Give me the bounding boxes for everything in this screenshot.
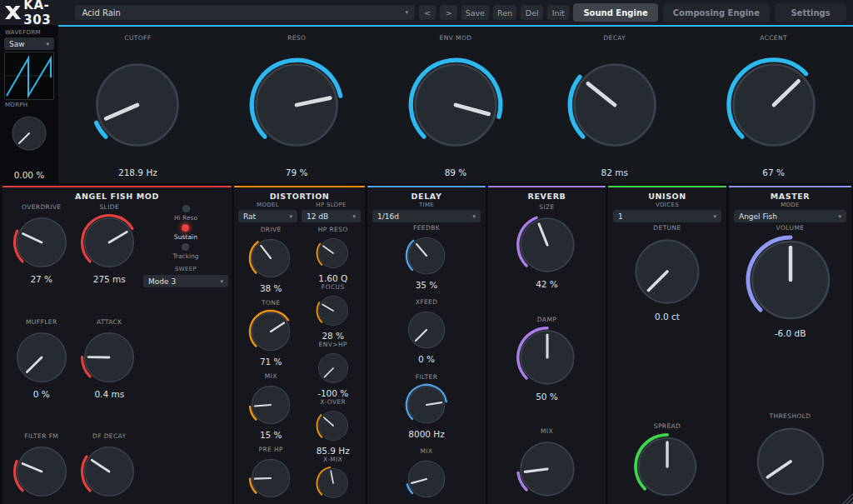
mod-options: Hi Reso Sustain Tracking SWEEP Mode 3 ▾	[143, 202, 228, 504]
pre-hp-cell: PRE HP 35.7 Hz	[248, 446, 293, 504]
tone-knob[interactable]	[248, 309, 293, 354]
x-over-cell: X-OVER 85.9 Hz	[316, 398, 351, 456]
cutoff-value: 218.9 Hz	[118, 167, 157, 177]
threshold-knob[interactable]	[751, 422, 830, 501]
reso-label: RESO	[287, 34, 306, 42]
chevron-down-icon: ▾	[289, 213, 292, 220]
delete-button[interactable]: Del	[521, 5, 543, 20]
engine-tabs: Sound Engine Composing Engine Settings	[573, 3, 846, 22]
mode-dropdown[interactable]: Angel Fish ▾	[734, 210, 846, 222]
section-unison: UNISON VOICES 1 ▾ DETUNE 0.0 ct SPREAD 5…	[608, 186, 726, 504]
radio-sustain[interactable]: Sustain	[174, 224, 197, 241]
attack-cell: ATTACK 0.4 ms	[76, 318, 144, 399]
tab-sound-engine[interactable]: Sound Engine	[573, 3, 657, 22]
detune-cell: DETUNE 0.0 ct	[630, 224, 705, 322]
damp-knob[interactable]	[516, 326, 579, 389]
volume-knob[interactable]	[745, 234, 836, 326]
model-dropdown[interactable]: Rat ▾	[238, 210, 297, 222]
preset-dropdown[interactable]: Acid Rain ▾	[75, 5, 415, 20]
accent-knob[interactable]	[726, 57, 822, 153]
reso-knob[interactable]	[248, 57, 345, 153]
dist-mix-knob[interactable]	[248, 382, 293, 427]
cutoff-knob[interactable]	[89, 57, 186, 153]
size-knob[interactable]	[516, 213, 579, 277]
reverb-mix-knob[interactable]	[516, 437, 579, 501]
section-angel-fish-mod: ANGEL FISH MOD OVERDRIVE 27 % SLIDE 275 …	[2, 186, 232, 504]
app-title: KA-303	[23, 0, 66, 27]
accent-cell: ACCENT 67 %	[694, 27, 853, 183]
slide-knob[interactable]	[80, 213, 138, 272]
radio-hi-reso[interactable]: Hi Reso	[174, 205, 197, 222]
reverb-mix-label: MIX	[541, 427, 553, 435]
detune-knob[interactable]	[630, 234, 705, 309]
hp-reso-cell: HP RESO 1.60 Q	[316, 226, 351, 283]
decay-label: DECAY	[603, 34, 626, 42]
radio-dot-icon	[182, 205, 190, 212]
section-master: MASTER MODE Angel Fish ▾ VOLUME -6.0 dB …	[729, 186, 851, 504]
focus-label: FOCUS	[322, 283, 345, 291]
drive-cell: DRIVE 38 %	[248, 226, 293, 293]
env-mod-knob[interactable]	[407, 57, 504, 153]
muffler-knob[interactable]	[12, 328, 71, 387]
attack-knob[interactable]	[80, 328, 138, 387]
save-button[interactable]: Save	[461, 5, 489, 20]
sweep-dropdown[interactable]: Mode 3 ▾	[143, 275, 228, 287]
volume-value: -6.0 dB	[775, 328, 806, 338]
slide-value: 275 ms	[93, 274, 126, 284]
filter-fm-knob[interactable]	[12, 442, 71, 501]
volume-cell: VOLUME -6.0 dB	[745, 224, 836, 338]
xfeed-label: XFEED	[416, 298, 438, 306]
preset-next-button[interactable]: >	[440, 5, 456, 20]
focus-value: 28 %	[322, 331, 344, 341]
slide-cell: SLIDE 275 ms	[76, 203, 144, 284]
preset-prev-button[interactable]: <	[419, 5, 436, 20]
morph-label: MORPH	[5, 102, 27, 108]
delay-filter-label: FILTER	[416, 373, 438, 381]
init-button[interactable]: Init	[547, 5, 569, 20]
hp-reso-value: 1.60 Q	[318, 273, 347, 283]
df-decay-knob[interactable]	[80, 442, 138, 501]
delay-mix-knob[interactable]	[405, 457, 448, 501]
time-dropdown[interactable]: 1/16d ▾	[372, 210, 481, 222]
delay-mix-label: MIX	[420, 447, 432, 455]
radio-tracking[interactable]: Tracking	[172, 243, 198, 260]
decay-knob[interactable]	[566, 57, 663, 153]
tone-cell: TONE 71 %	[248, 299, 293, 367]
overdrive-knob[interactable]	[12, 213, 71, 272]
env-hp-knob[interactable]	[316, 351, 351, 386]
pre-hp-knob[interactable]	[248, 456, 293, 501]
xfeed-knob[interactable]	[405, 308, 448, 352]
delay-filter-knob[interactable]	[405, 383, 448, 427]
threshold-label: THRESHOLD	[769, 412, 811, 420]
cutoff-label: CUTOFF	[124, 34, 151, 42]
env-hp-cell: ENV>HP -100 %	[316, 341, 351, 398]
spread-knob[interactable]	[633, 432, 701, 501]
damp-cell: DAMP 50 %	[516, 316, 579, 402]
section-reverb: REVERB SIZE 42 % DAMP 50 % MIX 13 %	[488, 186, 606, 504]
tab-composing-engine[interactable]: Composing Engine	[663, 3, 770, 22]
waveform-dropdown[interactable]: Saw ▾	[4, 37, 54, 50]
x-mix-knob[interactable]	[316, 466, 351, 501]
morph-knob[interactable]	[9, 113, 49, 153]
decay-value: 82 ms	[601, 167, 628, 177]
section-title: DELAY	[371, 192, 482, 201]
muffler-value: 0 %	[33, 389, 50, 399]
hp-reso-knob[interactable]	[316, 236, 351, 271]
feedbk-knob[interactable]	[405, 234, 448, 277]
focus-cell: FOCUS 28 %	[316, 283, 351, 341]
voices-label: VOICES	[656, 202, 679, 208]
dist-mix-value: 15 %	[260, 430, 282, 440]
hp-reso-label: HP RESO	[318, 226, 348, 233]
reso-value: 79 %	[286, 167, 308, 177]
x-over-knob[interactable]	[316, 408, 351, 443]
hp-slope-dropdown[interactable]: 12 dB ▾	[302, 210, 361, 222]
overdrive-value: 27 %	[30, 274, 52, 284]
xfeed-cell: XFEED 0 %	[405, 298, 448, 364]
chevron-down-icon: ▾	[405, 9, 408, 16]
drive-knob[interactable]	[248, 236, 293, 281]
focus-knob[interactable]	[316, 293, 351, 328]
voices-dropdown[interactable]: 1 ▾	[613, 210, 721, 222]
rename-button[interactable]: Ren	[493, 5, 517, 20]
lower-region: ANGEL FISH MOD OVERDRIVE 27 % SLIDE 275 …	[0, 183, 853, 504]
tab-settings[interactable]: Settings	[775, 3, 846, 22]
